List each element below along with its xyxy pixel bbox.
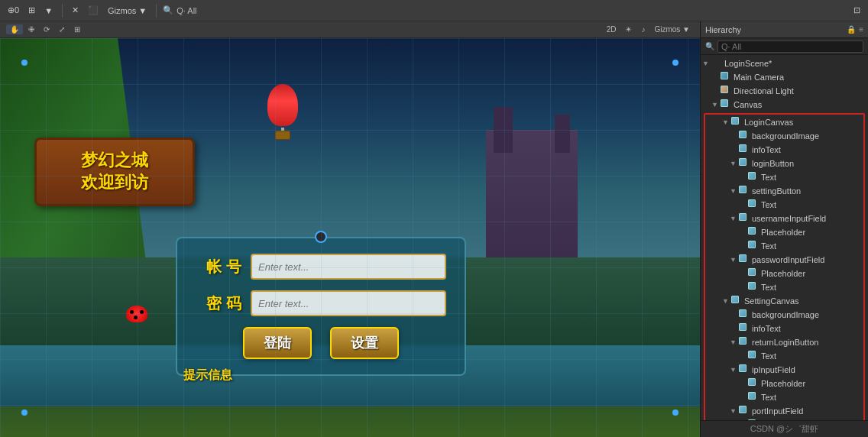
tree-item-login-canvas[interactable]: ▼ LoginCanvas — [705, 115, 863, 129]
username-field-icon — [739, 213, 750, 224]
tree-item-ip-placeholder[interactable]: Placeholder — [705, 377, 863, 390]
rt-label: Text — [761, 351, 863, 361]
sb-text-label: Text — [761, 200, 863, 209]
tree-item-username-placeholder[interactable]: Placeholder — [705, 225, 863, 239]
sign-line1: 梦幻之城 — [81, 150, 148, 172]
port-p-icon — [748, 419, 759, 420]
canvas-label: Canvas — [734, 100, 868, 109]
setting-canvas-arrow: ▼ — [722, 297, 731, 305]
setting-btn-icon — [739, 186, 750, 196]
tree-item-login-btn[interactable]: ▼ loginButton — [705, 157, 863, 170]
login-btn-arrow: ▼ — [730, 160, 739, 167]
tree-item-login-btn-text[interactable]: Text — [705, 170, 863, 184]
rect-btn[interactable]: ⊞ — [70, 24, 84, 34]
hand-tool-btn[interactable]: ⊕0 — [5, 4, 22, 17]
pt-label: Text — [761, 283, 863, 292]
toolbar-transform-group: ⊕0 ⊞ ▼ — [5, 4, 56, 17]
hierarchy-search-input[interactable] — [717, 40, 863, 53]
castle-tower-right — [555, 115, 570, 153]
ip-t-icon — [748, 392, 759, 403]
scene-view[interactable]: 梦幻之城 欢迎到访 — [0, 38, 700, 437]
gizmos-btn[interactable]: Gizmos ▼ — [105, 5, 150, 17]
ladybug-decoration — [126, 306, 149, 329]
search-icon-hierarchy: 🔍 — [705, 42, 714, 50]
hot-air-balloon — [267, 84, 298, 126]
username-label: 帐 号 — [196, 257, 241, 277]
username-row: 帐 号 — [196, 254, 446, 280]
canvas-arrow: ▼ — [711, 101, 721, 108]
bg-image-label: backgroundImage — [752, 131, 863, 141]
tree-item-main-camera[interactable]: Main Camera — [701, 70, 868, 84]
transform-arrow[interactable]: ▼ — [41, 5, 56, 17]
pause-btn[interactable]: ⬛ — [85, 4, 102, 17]
tree-item-password-placeholder[interactable]: Placeholder — [705, 267, 863, 280]
main-area: ✋ ✙ ⟳ ⤢ ⊞ 2D ☀ ♪ Gizmos ▼ — [0, 21, 868, 437]
sep2 — [156, 4, 157, 18]
hierarchy-tree: ▼ LoginScene* Main Camera Directional Li… — [701, 55, 868, 420]
tree-item-password-field[interactable]: ▼ passwordInputField — [705, 253, 863, 267]
main-camera-icon — [721, 72, 731, 83]
maximize-btn[interactable]: ⊡ — [850, 4, 863, 17]
login-btn-icon — [739, 158, 750, 169]
hierarchy-title: Hierarchy — [705, 25, 844, 34]
move-btn[interactable]: ✙ — [24, 24, 38, 34]
tree-item-return-btn[interactable]: ▼ returnLoginButton — [705, 335, 863, 349]
search-icon: 🔍 — [163, 5, 173, 15]
hierarchy-lock-btn[interactable]: 🔒 — [847, 25, 856, 34]
tree-item-port-field[interactable]: ▼ portInputField — [705, 404, 863, 418]
toolbar-playmode-group: ✕ ⬛ Gizmos ▼ — [69, 4, 150, 17]
2d-btn[interactable]: 2D — [603, 24, 620, 34]
setting-btn-label: settingButton — [752, 186, 863, 196]
username-input[interactable] — [251, 254, 446, 280]
password-input[interactable] — [251, 290, 446, 316]
hand-scene-btn[interactable]: ✋ — [6, 24, 23, 34]
tree-item-setting-btn-text[interactable]: Text — [705, 198, 863, 212]
scene-arrow: ▼ — [702, 60, 711, 67]
tree-item-setting-info[interactable]: infoText — [705, 322, 863, 335]
lb-text-label: Text — [761, 173, 863, 182]
tree-item-return-text[interactable]: Text — [705, 349, 863, 363]
tree-item-directional-light[interactable]: Directional Light — [701, 84, 868, 98]
tree-item-bg-image[interactable]: backgroundImage — [705, 129, 863, 143]
lb-text-icon — [748, 172, 759, 183]
tree-item-info-text[interactable]: infoText — [705, 143, 863, 157]
scene-icon — [711, 58, 722, 69]
scene-root-item[interactable]: ▼ LoginScene* — [701, 57, 868, 70]
panel-indicator — [315, 231, 327, 243]
audio-btn[interactable]: ♪ — [637, 24, 649, 34]
login-canvas-icon — [731, 117, 742, 128]
sep1 — [62, 4, 63, 18]
rt-icon — [748, 351, 759, 361]
rotate-btn[interactable]: ⟳ — [40, 24, 53, 34]
s-bg-icon — [739, 309, 750, 320]
tree-item-setting-btn[interactable]: ▼ settingButton — [705, 184, 863, 198]
tree-item-username-field[interactable]: ▼ usernameInputField — [705, 212, 863, 225]
scale-btn[interactable]: ⤢ — [55, 24, 69, 34]
ladybug-dot1 — [130, 310, 134, 314]
login-button[interactable]: 登陆 — [243, 327, 312, 359]
tree-item-canvas[interactable]: ▼ Canvas — [701, 98, 868, 112]
scene-toolbar: ✋ ✙ ⟳ ⤢ ⊞ 2D ☀ ♪ Gizmos ▼ — [0, 21, 700, 38]
password-field-label: passwordInputField — [752, 255, 863, 264]
transform-btn[interactable]: ⊞ — [25, 4, 38, 17]
toolbar-search-group: 🔍 Q· All — [163, 5, 196, 15]
tree-item-setting-bg[interactable]: backgroundImage — [705, 308, 863, 322]
tree-item-password-text[interactable]: Text — [705, 280, 863, 294]
gizmos-scene-btn[interactable]: Gizmos ▼ — [650, 24, 694, 34]
play-btn[interactable]: ✕ — [69, 4, 82, 17]
s-info-label: infoText — [752, 324, 863, 333]
tree-item-ip-text[interactable]: Text — [705, 390, 863, 404]
settings-button[interactable]: 设置 — [330, 327, 399, 359]
bg-image-icon — [739, 131, 750, 141]
light-btn[interactable]: ☀ — [621, 24, 636, 34]
corner-marker-tr — [672, 60, 679, 66]
tree-item-setting-canvas[interactable]: ▼ SettingCanvas — [705, 294, 863, 308]
password-field-arrow: ▼ — [730, 256, 739, 264]
dir-light-label: Directional Light — [734, 86, 868, 95]
login-buttons-group: 登陆 设置 — [196, 327, 446, 359]
sign-board: 梦幻之城 欢迎到访 — [34, 138, 195, 206]
ladybug-dot2 — [140, 310, 144, 314]
tree-item-username-text[interactable]: Text — [705, 239, 863, 253]
tree-item-ip-field[interactable]: ▼ ipInputField — [705, 363, 863, 377]
hierarchy-menu-btn[interactable]: ≡ — [859, 25, 863, 34]
